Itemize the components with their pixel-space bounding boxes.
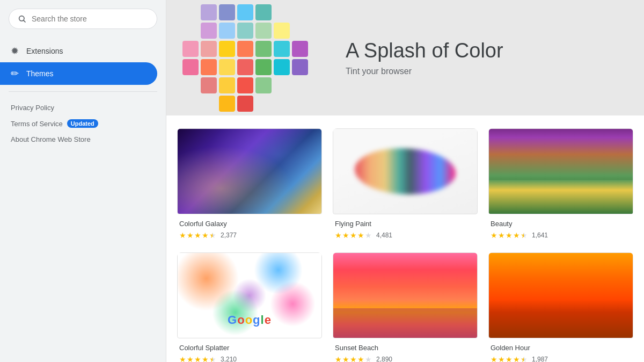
mosaic-cell <box>182 96 199 112</box>
star-full: ★ <box>194 231 201 240</box>
theme-thumbnail <box>333 252 478 338</box>
star-full: ★ <box>491 355 497 362</box>
mosaic-cell <box>182 41 199 57</box>
mosaic-cell <box>237 59 253 75</box>
star-full: ★ <box>335 355 342 362</box>
star-full: ★ <box>179 355 186 362</box>
paint-cloud <box>355 148 456 195</box>
privacy-policy-link[interactable]: Privacy Policy <box>11 100 155 115</box>
search-bar[interactable] <box>9 9 157 29</box>
card-rating: ★★★★★ 2,377 <box>179 231 320 240</box>
mosaic-cell <box>201 77 217 93</box>
star-full: ★ <box>179 231 186 240</box>
card-info: Colorful Splatter ★★★★★ 3,210 <box>177 338 322 362</box>
sidebar-links: Privacy Policy Terms of Service Updated … <box>0 98 166 149</box>
nav-themes[interactable]: ✏ Themes <box>0 62 157 85</box>
mosaic-cell <box>292 41 308 57</box>
theme-thumbnail <box>488 128 633 214</box>
mosaic-cell <box>255 77 272 93</box>
card-rating: ★★★★★ 3,210 <box>179 355 320 362</box>
nav-themes-label: Themes <box>26 69 54 78</box>
mosaic-cell <box>255 96 272 112</box>
terms-of-service-link[interactable]: Terms of Service Updated <box>11 116 155 131</box>
mosaic-cell <box>255 41 272 57</box>
stars: ★★★★★ <box>179 231 216 240</box>
search-input[interactable] <box>32 15 148 23</box>
mosaic-cell <box>292 59 308 75</box>
card-title: Golden Hour <box>491 344 631 352</box>
theme-card[interactable]: Golden Hour ★★★★★ 1,987 <box>488 252 633 362</box>
star-full: ★ <box>187 231 194 240</box>
star-full: ★ <box>506 355 513 362</box>
google-logo: Google <box>228 313 272 327</box>
search-icon <box>18 15 26 23</box>
star-full: ★ <box>202 355 209 362</box>
mosaic-cell <box>182 23 199 39</box>
star-full: ★ <box>498 231 505 240</box>
review-count: 2,890 <box>376 356 392 362</box>
stars: ★★★★★ <box>491 355 528 362</box>
star-full: ★ <box>194 355 201 362</box>
star-full: ★ <box>513 355 520 362</box>
theme-card[interactable]: Sunset Beach ★★★★★ 2,890 <box>333 252 478 362</box>
star-full: ★ <box>498 355 505 362</box>
mosaic-cell <box>274 23 290 39</box>
card-rating: ★★★★★ 1,641 <box>491 231 631 240</box>
star-half: ★ <box>209 355 216 362</box>
star-full: ★ <box>513 231 520 240</box>
stars: ★★★★★ <box>335 355 372 362</box>
mosaic-cell <box>219 77 235 93</box>
mosaic-cell <box>182 59 199 75</box>
hero-banner: A Splash of Color Tint your browser <box>166 0 644 115</box>
card-title: Flying Paint <box>335 220 475 228</box>
mosaic-cell <box>219 23 235 39</box>
theme-card[interactable]: Flying Paint ★★★★★ 4,481 <box>333 128 478 242</box>
mosaic-cell <box>274 4 290 20</box>
card-info: Golden Hour ★★★★★ 1,987 <box>488 338 633 362</box>
mosaic-cell <box>237 77 253 93</box>
card-info: Flying Paint ★★★★★ 4,481 <box>333 214 478 242</box>
mosaic-cell <box>274 77 290 93</box>
star-empty: ★ <box>365 231 372 240</box>
brush-icon: ✏ <box>11 68 19 79</box>
mosaic-cell <box>237 41 253 57</box>
puzzle-icon: ✹ <box>11 45 19 57</box>
about-link[interactable]: About Chrome Web Store <box>11 132 155 147</box>
star-half: ★ <box>209 231 216 240</box>
theme-card[interactable]: Beauty ★★★★★ 1,641 <box>488 128 633 242</box>
card-title: Colorful Galaxy <box>179 220 320 228</box>
mosaic-cell <box>182 4 199 20</box>
review-count: 2,377 <box>221 231 237 239</box>
hero-text: A Splash of Color Tint your browser <box>324 28 644 87</box>
theme-card[interactable]: Google Colorful Splatter ★★★★★ 3,210 <box>177 252 322 362</box>
mosaic-cell <box>219 59 235 75</box>
mosaic-cell <box>219 96 235 112</box>
card-rating: ★★★★★ 1,987 <box>491 355 631 362</box>
mosaic-cell <box>237 23 253 39</box>
mosaic-cell <box>182 77 199 93</box>
star-full: ★ <box>335 231 342 240</box>
mosaic-cell <box>201 41 217 57</box>
nav-extensions[interactable]: ✹ Extensions <box>0 40 157 62</box>
hero-mosaic <box>166 0 324 115</box>
star-full: ★ <box>350 231 357 240</box>
theme-thumbnail: Google <box>177 252 322 338</box>
mosaic-cell <box>292 77 308 93</box>
theme-card[interactable]: Colorful Galaxy ★★★★★ 2,377 <box>177 128 322 242</box>
hero-title: A Splash of Color <box>346 39 623 62</box>
mosaic-cell <box>201 96 217 112</box>
stars: ★★★★★ <box>491 231 528 240</box>
mosaic-cell <box>201 59 217 75</box>
review-count: 1,987 <box>532 356 548 362</box>
card-info: Colorful Galaxy ★★★★★ 2,377 <box>177 214 322 242</box>
mosaic-cell <box>292 4 308 20</box>
sidebar-divider <box>9 91 157 92</box>
star-empty: ★ <box>365 355 372 362</box>
mosaic-cell <box>237 4 253 20</box>
mosaic-cell <box>274 96 290 112</box>
stars: ★★★★★ <box>179 355 216 362</box>
theme-thumbnail <box>333 128 478 214</box>
mosaic-cell <box>237 96 253 112</box>
mosaic-cell <box>274 59 290 75</box>
theme-thumbnail <box>488 252 633 338</box>
